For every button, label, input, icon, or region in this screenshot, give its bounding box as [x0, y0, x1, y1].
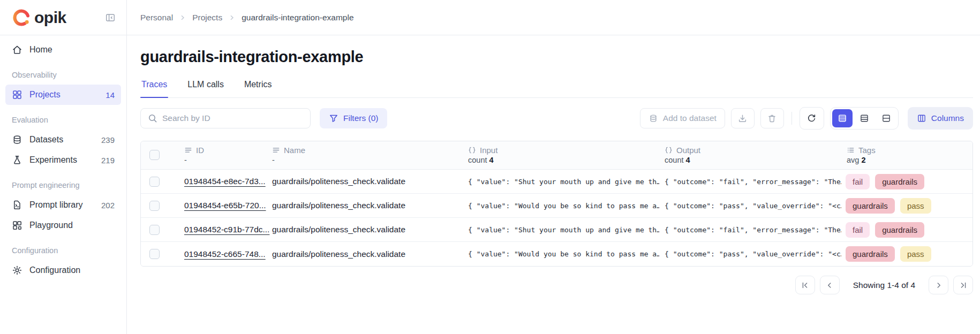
- columns-button[interactable]: Columns: [908, 107, 973, 130]
- row-height-medium-button[interactable]: [854, 109, 875, 127]
- trash-icon: [767, 113, 777, 124]
- tab-traces[interactable]: Traces: [140, 77, 168, 97]
- add-to-dataset-label: Add to dataset: [663, 113, 717, 123]
- column-header-name[interactable]: Name -: [267, 141, 463, 169]
- tag-badge[interactable]: pass: [900, 246, 931, 262]
- sidebar-item-label: Playground: [29, 221, 73, 230]
- row-height-large-button[interactable]: [876, 109, 896, 127]
- projects-icon: [12, 89, 22, 100]
- refresh-button[interactable]: [800, 107, 824, 130]
- traces-table: ID - Name -: [140, 141, 973, 267]
- select-all-checkbox[interactable]: [149, 150, 160, 160]
- pagination: Showing 1-4 of 4: [140, 276, 973, 294]
- table-body: 01948454-e8ec-7d3... guardrails/politene…: [141, 170, 973, 266]
- row-checkbox[interactable]: [149, 225, 160, 235]
- breadcrumb-projects[interactable]: Projects: [192, 13, 222, 22]
- refresh-icon: [806, 113, 817, 124]
- aggregate-value: 2: [861, 156, 865, 164]
- tag-badge[interactable]: guardrails: [875, 174, 924, 189]
- sidebar-item-count: 239: [101, 135, 115, 145]
- aggregate-type: count: [665, 156, 683, 164]
- aggregate-type: avg: [847, 156, 859, 164]
- row-checkbox[interactable]: [149, 249, 160, 259]
- trace-id-link[interactable]: 01948452-c665-748...: [184, 249, 266, 259]
- breadcrumb-personal[interactable]: Personal: [140, 13, 173, 22]
- collapse-sidebar-icon[interactable]: [103, 10, 118, 25]
- sidebar-item-datasets[interactable]: Datasets 239: [5, 130, 121, 150]
- output-cell: { "outcome": "pass", "value_override": "…: [659, 250, 841, 258]
- table-row[interactable]: 01948452-c665-748... guardrails/politene…: [141, 242, 973, 266]
- content: guardrails-integration-example Traces LL…: [127, 35, 980, 294]
- add-to-dataset-button[interactable]: Add to dataset: [640, 108, 725, 128]
- sidebar-item-playground[interactable]: Playground: [5, 215, 121, 236]
- row-height-toggle-group: [830, 107, 899, 130]
- columns-icon: [917, 113, 926, 123]
- filters-label: Filters (0): [343, 113, 378, 123]
- download-icon: [737, 113, 748, 124]
- column-header-output[interactable]: Output count4: [659, 141, 841, 169]
- sidebar-section-prompt-engineering: Prompt engineering: [5, 181, 121, 189]
- tag-badge[interactable]: pass: [900, 198, 931, 214]
- sidebar-item-label: Configuration: [29, 265, 80, 275]
- tag-badge[interactable]: guardrails: [846, 198, 895, 214]
- column-header-id[interactable]: ID -: [141, 141, 267, 169]
- row-checkbox[interactable]: [149, 201, 160, 211]
- column-header-tags[interactable]: Tags avg2: [841, 141, 973, 169]
- row-checkbox[interactable]: [149, 177, 160, 187]
- table-row[interactable]: 01948454-e8ec-7d3... guardrails/politene…: [141, 170, 973, 194]
- gear-icon: [12, 265, 22, 276]
- tab-llm-calls[interactable]: LLM calls: [186, 77, 225, 97]
- density-medium-icon: [860, 113, 869, 123]
- trace-id-link[interactable]: 01948454-e8ec-7d3...: [184, 177, 266, 186]
- export-download-button[interactable]: [731, 108, 755, 128]
- sidebar-item-prompt-library[interactable]: Prompt library 202: [5, 195, 121, 215]
- column-aggregate: -: [272, 156, 457, 164]
- sidebar-item-experiments[interactable]: Experiments 219: [5, 150, 121, 170]
- table-row[interactable]: 01948452-c91b-77dc... guardrails/politen…: [141, 218, 973, 242]
- chevron-right-icon: [228, 14, 236, 21]
- sidebar-item-home[interactable]: Home: [5, 40, 121, 60]
- output-cell: { "outcome": "pass", "value_override": "…: [659, 202, 841, 210]
- previous-page-button[interactable]: [820, 276, 840, 294]
- pagination-status: Showing 1-4 of 4: [853, 280, 915, 290]
- tag-badge[interactable]: fail: [846, 222, 870, 238]
- tags-cell: guardrailspass: [841, 198, 973, 214]
- next-page-button[interactable]: [929, 276, 948, 294]
- logo-row: opik: [0, 0, 126, 35]
- density-large-icon: [881, 113, 891, 123]
- density-small-icon: [838, 113, 847, 123]
- column-label: Input: [480, 146, 497, 155]
- table-row[interactable]: 01948454-e65b-720... guardrails/politene…: [141, 194, 973, 218]
- sidebar-item-configuration[interactable]: Configuration: [5, 260, 121, 280]
- sidebar-item-label: Datasets: [29, 135, 63, 145]
- text-type-icon: [272, 146, 280, 154]
- column-header-input[interactable]: Input count4: [463, 141, 659, 169]
- filters-button[interactable]: Filters (0): [320, 108, 387, 128]
- first-page-button[interactable]: [795, 276, 815, 294]
- tag-badge[interactable]: guardrails: [846, 246, 895, 262]
- sidebar-item-label: Prompt library: [29, 200, 83, 210]
- tab-metrics[interactable]: Metrics: [243, 77, 273, 97]
- delete-button[interactable]: [760, 108, 784, 128]
- search-input[interactable]: [162, 113, 303, 123]
- logo-wordmark: opik: [34, 9, 66, 27]
- page-title: guardrails-integration-example: [140, 48, 973, 66]
- trace-id-link[interactable]: 01948452-c91b-77dc...: [184, 225, 269, 234]
- tag-badge[interactable]: fail: [846, 174, 870, 189]
- search-box: [140, 108, 311, 128]
- row-height-small-button[interactable]: [832, 109, 853, 127]
- tags-cell: failguardrails: [841, 174, 973, 189]
- last-page-icon: [959, 280, 968, 290]
- sidebar-section-observability: Observability: [5, 71, 121, 79]
- tag-badge[interactable]: guardrails: [875, 222, 924, 238]
- app: opik Home Observability Projects 14 Eval…: [0, 0, 980, 334]
- dataset-icon: [649, 113, 658, 123]
- output-cell: { "outcome": "fail", "error_message": "T…: [659, 226, 841, 234]
- last-page-button[interactable]: [953, 276, 973, 294]
- main: Personal Projects guardrails-integration…: [127, 0, 980, 334]
- chevron-right-icon: [934, 280, 944, 290]
- columns-label: Columns: [931, 113, 964, 123]
- input-cell: { "value": "Shut your mouth up and give …: [463, 178, 659, 186]
- trace-id-link[interactable]: 01948454-e65b-720...: [184, 201, 266, 210]
- sidebar-item-projects[interactable]: Projects 14: [5, 85, 121, 105]
